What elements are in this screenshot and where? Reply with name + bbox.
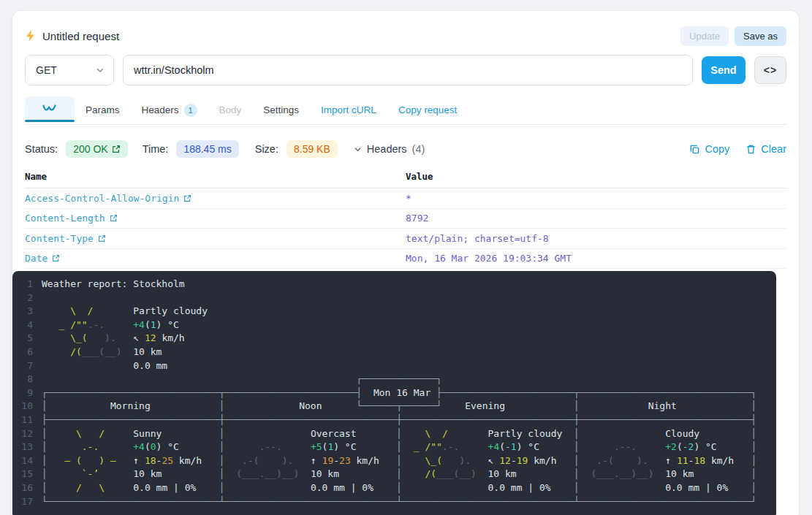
header-name-link[interactable]: Date (25, 253, 406, 264)
status-label: Status: (25, 143, 58, 155)
code-line: 2 (18, 291, 776, 305)
response-headers-table: Name Value Access-Control-Allow-Origin*C… (25, 171, 786, 269)
code-snippet-button[interactable]: <> (754, 56, 786, 84)
line-number: 2 (18, 291, 33, 305)
code-line: 13│ .-. +4(0) °C │ .--. +5(1) °C │ _ /""… (18, 440, 776, 454)
header-row: Content-Length8792 (25, 209, 786, 229)
line-number: 16 (18, 481, 33, 495)
line-number: 15 (18, 468, 33, 481)
code-line: 1Weather report: Stockholm (18, 278, 776, 291)
chevron-down-icon (96, 66, 105, 75)
line-number: 6 (18, 346, 33, 359)
time-label: Time: (143, 143, 169, 155)
line-number: 3 (18, 305, 33, 318)
code-line: 5 \_( ). ↖ 12 km/h (18, 332, 776, 346)
line-number: 4 (18, 318, 33, 332)
page-title: Untitled request (42, 30, 119, 42)
code-line: 17└──────────────────────────────┴──────… (18, 495, 776, 509)
line-number: 7 (18, 359, 33, 373)
headers-section-toggle[interactable]: Headers (4) (354, 143, 425, 155)
header-row: DateMon, 16 Mar 2026 19:03:34 GMT (25, 249, 786, 270)
tab-settings[interactable]: Settings (252, 96, 310, 124)
line-number: 11 (18, 413, 33, 427)
size-label: Size: (255, 143, 278, 155)
response-meta-bar: Status: 200 OK Time: 188.45 ms Size: 8.5… (25, 139, 786, 159)
time-badge: 188.45 ms (176, 140, 238, 158)
tab-bar: Params Headers 1 Body Settings Import cU… (25, 96, 786, 125)
header-name-link[interactable]: Content-Type (25, 233, 406, 244)
line-number: 5 (18, 332, 33, 346)
code-line: 9┌──────────────────────────────┬───────… (18, 386, 776, 400)
header-value: 8792 (406, 213, 786, 224)
code-line: 6 /(___(__) 10 km (18, 346, 776, 359)
clear-response-button[interactable]: Clear (745, 143, 786, 155)
active-tab-underline (25, 120, 75, 122)
request-bar: GET Send <> (25, 55, 786, 85)
code-line: 14│ ― ( ) ― ↑ 18-25 km/h │ .-( ). ↑ 19-2… (18, 454, 776, 468)
chevron-down-icon (354, 145, 362, 153)
tab-logo-active[interactable] (25, 96, 75, 121)
code-line: 11├──────────────────────────────┼──────… (18, 413, 776, 427)
restfox-logo-icon (42, 104, 57, 113)
header-name-link[interactable]: Content-Length (25, 213, 406, 224)
title-row: Untitled request Update Save as (25, 27, 786, 45)
headers-count-badge: 1 (184, 104, 197, 117)
tab-body[interactable]: Body (208, 96, 253, 124)
tab-params[interactable]: Params (75, 96, 131, 124)
save-as-button[interactable]: Save as (735, 26, 786, 46)
header-name-link[interactable]: Access-Control-Allow-Origin (25, 193, 406, 204)
lightning-icon (25, 30, 37, 42)
header-value: Mon, 16 Mar 2026 19:03:34 GMT (406, 253, 786, 264)
size-badge: 8.59 KB (287, 140, 338, 158)
external-link-icon (183, 194, 191, 202)
external-link-icon (52, 254, 60, 262)
copy-icon (689, 144, 700, 155)
line-number: 12 (18, 427, 33, 441)
tab-copy-request[interactable]: Copy request (387, 96, 468, 124)
code-line: 16│ / \ 0.0 mm | 0% │ 0.0 mm | 0% │ 0.0 … (18, 481, 776, 495)
line-number: 8 (18, 373, 33, 386)
line-number: 17 (18, 495, 33, 509)
line-number: 13 (18, 440, 33, 454)
tab-import-curl[interactable]: Import cURL (310, 96, 387, 124)
external-link-icon (98, 234, 106, 243)
trash-icon (745, 144, 756, 155)
header-value: * (406, 193, 786, 204)
code-line: 3 \ / Partly cloudy (18, 305, 776, 318)
column-value: Value (406, 171, 786, 182)
line-number: 9 (18, 386, 33, 400)
column-name: Name (25, 171, 406, 182)
code-line: 8 ┌─────────────┐ (18, 373, 776, 386)
response-body[interactable]: 1Weather report: Stockholm23 \ / Partly … (12, 271, 776, 515)
code-line: 10│ Morning │ Noon └──────┬──────┘ Eveni… (18, 400, 776, 413)
headers-table-head: Name Value (25, 171, 786, 188)
headers-table-body: Access-Control-Allow-Origin*Content-Leng… (25, 188, 786, 269)
status-badge[interactable]: 200 OK (66, 140, 127, 158)
method-label: GET (36, 64, 57, 76)
update-button[interactable]: Update (680, 26, 729, 46)
line-number: 14 (18, 454, 33, 468)
code-line: 7 0.0 mm (18, 359, 776, 373)
url-input[interactable] (123, 55, 693, 85)
line-number: 1 (18, 278, 33, 291)
header-row: Content-Typetext/plain; charset=utf-8 (25, 229, 786, 249)
code-line: 12│ \ / Sunny │ Overcast │ \ / Partly cl… (18, 427, 776, 441)
copy-response-button[interactable]: Copy (689, 143, 729, 155)
method-select[interactable]: GET (25, 55, 114, 85)
external-link-icon (112, 145, 121, 153)
header-row: Access-Control-Allow-Origin* (25, 188, 786, 209)
code-line: 15│ `-’ 10 km │ (___.__)__) 10 km │ /(__… (18, 468, 776, 481)
send-button[interactable]: Send (702, 56, 745, 84)
line-number: 10 (18, 400, 33, 413)
code-line: 4 _ /"".-. +4(1) °C (18, 318, 776, 332)
header-value: text/plain; charset=utf-8 (406, 233, 786, 244)
tab-headers[interactable]: Headers 1 (131, 96, 208, 124)
external-link-icon (110, 214, 118, 222)
